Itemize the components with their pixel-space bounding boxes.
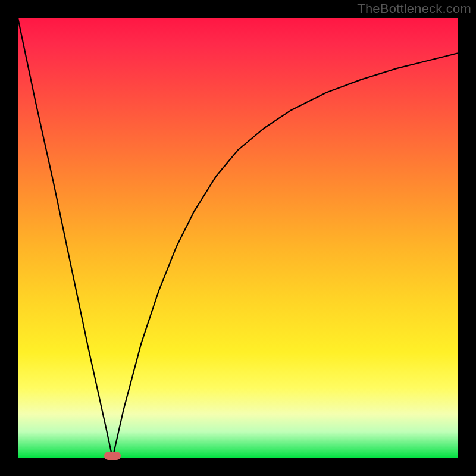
minimum-marker	[104, 452, 121, 460]
curve-left	[18, 18, 112, 458]
chart-frame: TheBottleneck.com	[0, 0, 476, 476]
plot-area	[18, 18, 458, 458]
curve-svg	[18, 18, 458, 458]
curve-right	[112, 53, 458, 458]
watermark-text: TheBottleneck.com	[357, 1, 471, 17]
